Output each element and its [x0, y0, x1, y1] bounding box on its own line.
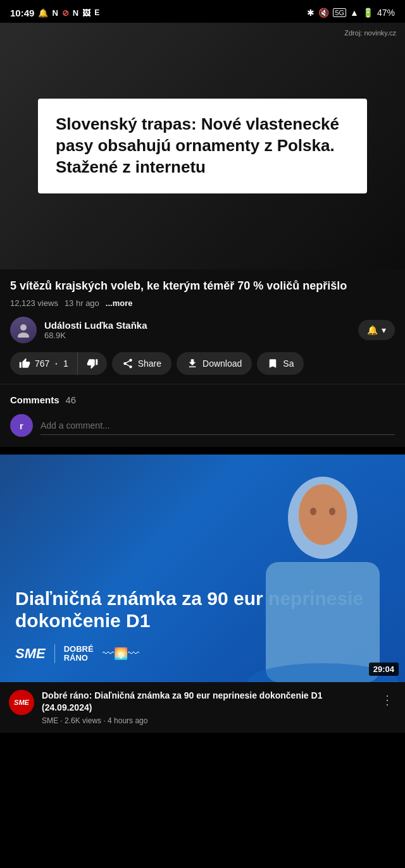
avatar-inner: [10, 317, 37, 343]
battery-icon: 🔋: [363, 8, 373, 18]
video-info-section: 5 vítězů krajských voleb, ke kterým témě…: [0, 269, 405, 384]
video-thumbnail[interactable]: Slovenský trapas: Nové vlastenecké pasy …: [0, 23, 405, 269]
comment-input[interactable]: [40, 417, 395, 435]
next-video-text: Dobré ráno: Diaľničná známka za 90 eur n…: [42, 690, 371, 725]
comment-input-row: r: [10, 414, 395, 437]
svg-point-0: [20, 324, 27, 331]
subscribe-bell-button[interactable]: 🔔 ▾: [358, 320, 395, 340]
channel-avatar[interactable]: [10, 317, 37, 343]
svg-point-7: [310, 508, 316, 515]
share-label: Share: [138, 358, 161, 369]
next-video-meta: SME · 2.6K views · 4 hours ago: [42, 716, 371, 725]
dropdown-chevron: ▾: [382, 325, 386, 335]
thumbnail-background: Slovenský trapas: Nové vlastenecké pasy …: [0, 23, 405, 269]
avatar-letter: r: [20, 420, 23, 431]
next-video-menu-button[interactable]: ⋮: [378, 690, 396, 710]
image-icon: 🖼: [82, 8, 90, 18]
person-icon: [16, 322, 31, 338]
bluetooth-icon: ✱: [307, 8, 315, 18]
signal-icon: ▲: [350, 8, 359, 18]
video-meta: 12,123 views 13 hr ago ...more: [10, 298, 395, 308]
svg-point-1: [18, 333, 29, 338]
next-video-thumbnail[interactable]: Diaľničná známka za 90 eur neprinesie do…: [0, 455, 405, 682]
channel-row: Události Luďka Staňka 68.9K 🔔 ▾: [10, 317, 395, 343]
thumbnail-card: Slovenský trapas: Nové vlastenecké pasy …: [38, 99, 367, 193]
comments-section: Comments 46 r: [0, 384, 405, 447]
share-icon: [122, 358, 134, 369]
next-avatar-text: SME: [14, 699, 29, 706]
next-views: 2.6K views: [65, 716, 101, 725]
thumbs-down-icon: [87, 358, 98, 369]
next-video-info: SME Dobré ráno: Diaľničná známka za 90 e…: [0, 682, 405, 733]
save-button[interactable]: Sa: [257, 352, 304, 375]
next-video-title: Dobré ráno: Diaľničná známka za 90 eur n…: [42, 690, 371, 714]
svg-point-8: [329, 508, 335, 515]
download-button[interactable]: Download: [177, 352, 252, 375]
source-label: Zdroj: novinky.cz: [344, 29, 396, 37]
e-icon: E: [94, 8, 99, 17]
svg-point-6: [299, 484, 347, 545]
n-icon: N: [52, 8, 58, 18]
save-label: Sa: [283, 358, 294, 369]
like-button[interactable]: 767 • 1: [10, 352, 78, 375]
thumbs-up-icon: [19, 358, 30, 369]
wave-icon: 〰🌅〰: [103, 647, 139, 661]
action-row: 767 • 1 Share Download: [10, 352, 395, 384]
next-channel-name[interactable]: SME: [42, 716, 58, 725]
mute-icon: 🔇: [318, 8, 329, 18]
n2-icon: N: [73, 8, 78, 18]
next-thumb-content: Diaľničná známka za 90 eur neprinesie do…: [0, 455, 405, 682]
status-left: 10:49 🔔 N ⊘ N 🖼 E: [10, 8, 99, 18]
thumbnail-title: Slovenský trapas: Nové vlastenecké pasy …: [56, 114, 349, 178]
status-right: ✱ 🔇 5G ▲ 🔋 47%: [307, 8, 395, 18]
person-silhouette-container: [240, 455, 405, 682]
next-time-ago: 4 hours ago: [108, 716, 147, 725]
comment-user-avatar: r: [10, 414, 33, 437]
channel-name[interactable]: Události Luďka Staňka: [44, 320, 147, 331]
battery-percentage: 47%: [377, 8, 395, 18]
logo-divider: [54, 644, 55, 663]
comments-header: Comments 46: [10, 394, 395, 405]
download-icon: [187, 358, 198, 369]
status-bar: 10:49 🔔 N ⊘ N 🖼 E ✱ 🔇 5G ▲ 🔋 47%: [0, 0, 405, 23]
next-channel-avatar[interactable]: SME: [9, 690, 34, 715]
duration-badge: 29:04: [369, 663, 399, 676]
next-video-section: Diaľničná známka za 90 eur neprinesie do…: [0, 455, 405, 733]
comments-count: 46: [66, 394, 77, 405]
more-link[interactable]: ...more: [106, 298, 133, 308]
dot-separator: •: [55, 360, 58, 367]
dislike-count: 1: [63, 358, 68, 369]
channel-left: Události Luďka Staňka 68.9K: [10, 317, 147, 343]
person-figure: [247, 467, 399, 682]
status-time: 10:49: [10, 8, 34, 18]
dobre-text: DOBRÉ: [64, 645, 94, 654]
dislike-button[interactable]: [78, 352, 107, 375]
video-title: 5 vítězů krajských voleb, ke kterým témě…: [10, 278, 395, 293]
channel-info: Události Luďka Staňka 68.9K: [44, 320, 147, 340]
slash-icon: ⊘: [62, 8, 69, 18]
time-ago: 13 hr ago: [65, 298, 99, 308]
download-label: Download: [202, 358, 242, 369]
save-icon: [267, 358, 278, 369]
subscriber-count: 68.9K: [44, 331, 147, 340]
dobre-rano-logo: DOBRÉ RÁNO: [64, 645, 94, 663]
5g-icon: 5G: [333, 8, 346, 17]
like-dislike-pill: 767 • 1: [10, 352, 107, 375]
share-button[interactable]: Share: [112, 352, 171, 375]
view-count: 12,123 views: [10, 298, 58, 308]
notification-icon: 🔔: [38, 8, 48, 18]
like-count: 767: [35, 358, 49, 369]
bell-icon: 🔔: [367, 325, 378, 335]
rano-text: RÁNO: [64, 654, 94, 663]
comments-label: Comments: [10, 394, 59, 405]
sme-logo: SME: [15, 645, 46, 662]
